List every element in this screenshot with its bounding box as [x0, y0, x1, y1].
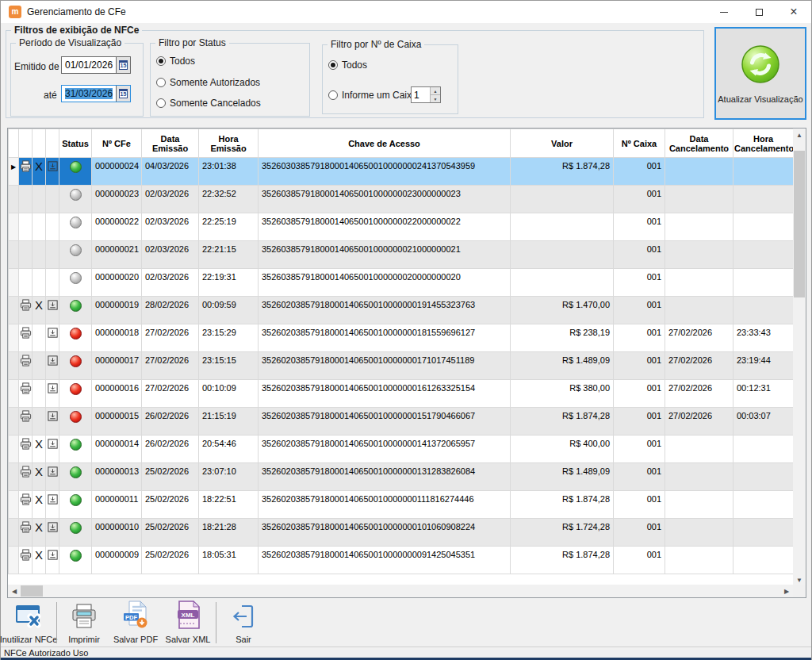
print-icon[interactable] — [19, 352, 33, 380]
print-icon[interactable] — [19, 324, 33, 352]
print-icon[interactable] — [19, 297, 33, 324]
maximize-button[interactable] — [741, 1, 776, 23]
date-from-field[interactable]: 01/01/2026 15 — [61, 56, 131, 74]
horizontal-scrollbar-thumb[interactable] — [21, 585, 43, 597]
cell-data-emissao: 28/02/2026 — [142, 297, 199, 324]
cell-hora-cancelamento — [733, 463, 794, 491]
caixa-radio-informe[interactable]: Informe um Caixa — [328, 90, 417, 101]
download-xml-icon[interactable] — [46, 436, 59, 463]
imprimir-button[interactable]: Imprimir — [59, 600, 109, 646]
date-to-value[interactable]: 31/03/2026 — [62, 86, 116, 102]
print-icon[interactable] — [19, 519, 33, 547]
header-ncfe[interactable]: Nº CFe — [92, 129, 142, 158]
print-icon[interactable] — [19, 408, 33, 436]
table-row[interactable]: X00000001426/02/202620:54:46352602038579… — [9, 436, 794, 463]
table-row[interactable]: 00000001727/02/202623:15:153526020385791… — [9, 352, 794, 380]
table-row[interactable]: X00000001125/02/202618:22:51352602038579… — [9, 491, 794, 519]
download-xml-icon[interactable] — [46, 519, 59, 547]
salvar-pdf-button[interactable]: PDF Salvar PDF — [110, 600, 161, 646]
cancel-x-icon[interactable]: X — [33, 436, 46, 463]
status-radio-somente-cancelados[interactable]: Somente Cancelados — [156, 98, 261, 109]
cell-ncfe: 000000017 — [92, 352, 142, 380]
print-icon[interactable] — [19, 436, 33, 463]
scroll-right-icon[interactable]: ▶ — [780, 585, 793, 597]
download-xml-icon[interactable] — [46, 547, 59, 574]
cancel-x-icon[interactable]: X — [33, 463, 46, 491]
close-button[interactable]: × — [776, 1, 811, 23]
salvar-xml-button[interactable]: XML Salvar XML — [163, 600, 213, 646]
toolbar-button-label: Imprimir — [68, 635, 100, 644]
sair-button[interactable]: Sair — [220, 600, 267, 646]
cell-ncaixa: 001 — [614, 408, 665, 436]
stepper-down-button[interactable]: ▼ — [431, 94, 440, 102]
cancel-x-icon[interactable]: X — [33, 297, 46, 324]
header-hora-emissao[interactable]: Hora Emissão — [199, 129, 259, 158]
scroll-left-icon[interactable]: ◀ — [8, 585, 21, 597]
header-data-cancelamento[interactable]: Data Cancelamento — [665, 129, 733, 158]
header-data-emissao[interactable]: Data Emissão — [142, 129, 199, 158]
download-xml-icon[interactable] — [46, 491, 59, 519]
date-from-calendar-button[interactable]: 15 — [116, 57, 130, 73]
minimize-button[interactable] — [707, 1, 741, 23]
table-row[interactable]: 00000001627/02/202600:10:093526020385791… — [9, 380, 794, 408]
horizontal-scrollbar[interactable]: ◀ ▶ — [8, 585, 793, 597]
download-xml-icon[interactable] — [46, 324, 59, 352]
grid-table: Status Nº CFe Data Emissão Hora Emissão … — [8, 129, 793, 574]
row-selector — [9, 213, 19, 241]
table-row[interactable]: 00000002102/03/202622:21:153526038579180… — [9, 241, 794, 269]
date-to-calendar-button[interactable]: 15 — [116, 86, 130, 102]
refresh-button[interactable]: Atualizar Visualização — [714, 27, 806, 120]
inutilizar-nfce-button[interactable]: Inutilizar NFCe — [2, 600, 55, 646]
download-xml-icon[interactable] — [46, 158, 59, 186]
download-xml-icon[interactable] — [46, 352, 59, 380]
caixa-number-stepper[interactable]: 1 ▲ ▼ — [411, 86, 441, 103]
table-row[interactable]: 00000002302/03/202622:32:523526038579180… — [9, 186, 794, 213]
cancel-x-icon[interactable]: X — [33, 491, 46, 519]
table-row[interactable]: 00000001827/02/202623:15:293526020385791… — [9, 324, 794, 352]
table-row[interactable]: X00000001325/02/202623:07:10352602038579… — [9, 463, 794, 491]
stepper-up-button[interactable]: ▲ — [431, 87, 440, 94]
table-row[interactable]: X00000001928/02/202600:09:59352602038579… — [9, 297, 794, 324]
table-row[interactable]: 00000002002/03/202622:19:313526038579180… — [9, 269, 794, 297]
table-row[interactable]: X00000001025/02/202618:21:28352602038579… — [9, 519, 794, 547]
print-icon[interactable] — [19, 380, 33, 408]
date-to-field[interactable]: 31/03/2026 15 — [61, 85, 131, 102]
caixa-radio-todos[interactable]: Todos — [328, 59, 367, 71]
status-indicator — [59, 408, 92, 436]
vertical-scrollbar[interactable]: ▲ ▼ — [793, 129, 806, 586]
status-radio-todos[interactable]: Todos — [156, 56, 195, 67]
cell-chave-acesso: 3526020385791800014065001000000010106090… — [259, 519, 511, 547]
download-xml-icon[interactable] — [46, 463, 59, 491]
print-icon[interactable] — [19, 158, 33, 186]
table-row[interactable]: ▶X00000002404/03/202623:01:3835260303857… — [9, 158, 794, 186]
table-row[interactable]: 00000001526/02/202621:15:193526020385791… — [9, 408, 794, 436]
cancel-x-icon[interactable]: X — [33, 547, 46, 574]
download-xml-icon[interactable] — [46, 380, 59, 408]
download-xml-icon[interactable] — [46, 408, 59, 436]
table-row[interactable]: 00000002202/03/202622:25:193526038579180… — [9, 213, 794, 241]
scroll-up-icon[interactable]: ▲ — [793, 129, 806, 141]
status-bar-text: NFCe Autorizado Uso — [4, 648, 88, 658]
caixa-number-value[interactable]: 1 — [412, 87, 430, 102]
header-chave-acesso[interactable]: Chave de Acesso — [259, 129, 511, 158]
status-radio-somente-autorizados[interactable]: Somente Autorizados — [156, 77, 260, 88]
date-from-value[interactable]: 01/01/2026 — [62, 57, 116, 73]
cell-chave-acesso: 3526020385791800014065001000000018155969… — [259, 324, 511, 352]
cell-data-cancelamento — [665, 463, 733, 491]
print-icon[interactable] — [19, 547, 33, 574]
header-hora-cancelamento[interactable]: Hora Cancelamento — [733, 129, 794, 158]
download-xml-icon[interactable] — [46, 297, 59, 324]
table-row[interactable]: X00000000925/02/202618:05:31352602038579… — [9, 547, 794, 574]
toolbar-separator — [216, 602, 216, 643]
cancel-x-icon[interactable]: X — [33, 158, 46, 186]
header-ncaixa[interactable]: Nº Caixa — [614, 129, 665, 158]
cell-data-cancelamento: 27/02/2026 — [665, 408, 733, 436]
cell-hora-emissao: 23:15:15 — [199, 352, 259, 380]
print-icon[interactable] — [19, 491, 33, 519]
vertical-scrollbar-thumb[interactable] — [794, 151, 805, 297]
print-icon[interactable] — [19, 463, 33, 491]
header-valor[interactable]: Valor — [511, 129, 614, 158]
cancel-x-icon[interactable]: X — [33, 519, 46, 547]
header-status[interactable]: Status — [59, 129, 92, 158]
cell-data-emissao: 26/02/2026 — [142, 408, 199, 436]
